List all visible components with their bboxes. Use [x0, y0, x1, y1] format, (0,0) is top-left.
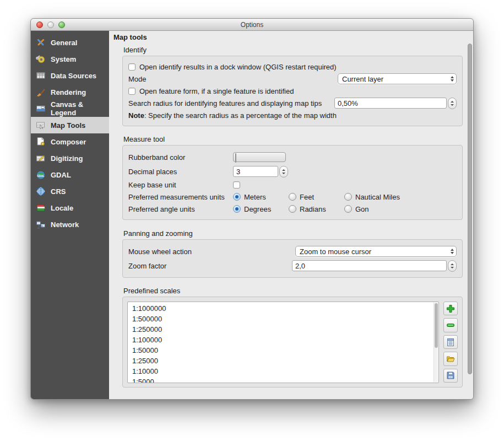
search-radius-input[interactable] [334, 98, 447, 109]
rubberband-color-button[interactable] [233, 152, 286, 162]
note-text: : Specify the search radius as a percent… [144, 111, 337, 120]
scale-item[interactable]: 1:5000 [132, 377, 438, 383]
scale-item[interactable]: 1:100000 [132, 335, 438, 345]
list-scrollbar-thumb[interactable] [435, 303, 438, 348]
export-scales-button[interactable] [443, 369, 458, 383]
sidebar-item-label: Network [51, 220, 79, 229]
keep-base-unit-checkbox[interactable] [233, 181, 240, 189]
network-computers-icon [35, 219, 46, 229]
predefined-scales-list[interactable]: 1:1000000 1:500000 1:250000 1:100000 1:5… [127, 302, 439, 383]
digitizing-pencil-icon [35, 153, 46, 163]
scale-item[interactable]: 1:25000 [132, 356, 438, 366]
measurement-units-label: Preferred measurements units [128, 193, 233, 201]
sidebar-item-label: CRS [51, 187, 66, 196]
minus-icon [446, 321, 455, 330]
crossed-tools-icon [35, 37, 46, 47]
feature-form-checkbox[interactable] [128, 88, 136, 95]
zoom-factor-input[interactable] [292, 260, 447, 271]
decimal-places-input[interactable] [233, 166, 278, 177]
sidebar-item-data-sources[interactable]: Data Sources [31, 67, 109, 84]
radio-meters[interactable] [233, 193, 241, 201]
search-radius-spinner[interactable] [448, 98, 457, 109]
scale-item[interactable]: 1:50000 [132, 345, 438, 356]
map-canvas-icon [35, 104, 46, 114]
crs-globe-icon [35, 186, 46, 196]
settings-sidebar: General System Data Sources Rendering [31, 31, 109, 399]
sidebar-item-rendering[interactable]: Rendering [31, 84, 109, 100]
scale-item[interactable]: 1:500000 [132, 314, 438, 324]
map-tools-panel: Map tools Identify Open identify results… [109, 31, 474, 399]
sidebar-item-map-tools[interactable]: Map Tools [31, 117, 109, 133]
sidebar-item-system[interactable]: System [31, 51, 109, 67]
identify-groupbox: Open identify results in a dock window (… [122, 56, 463, 126]
mouse-wheel-value: Zoom to mouse cursor [300, 248, 447, 256]
panning-section-label: Panning and zooming [123, 229, 474, 238]
sidebar-item-label: System [51, 55, 76, 63]
feature-form-label: Open feature form, if a single feature i… [139, 87, 294, 95]
sidebar-item-crs[interactable]: CRS [31, 183, 109, 200]
remove-scale-button[interactable] [443, 318, 458, 332]
sidebar-item-label: Map Tools [51, 121, 85, 130]
default-scales-button[interactable] [443, 335, 458, 349]
mouse-wheel-select[interactable]: Zoom to mouse cursor [295, 246, 457, 257]
sidebar-item-label: Locale [51, 204, 73, 212]
scale-item[interactable]: 1:1000000 [132, 303, 438, 314]
sidebar-item-label: General [51, 39, 77, 47]
radio-gon-label: Gon [355, 205, 369, 213]
import-scales-button[interactable] [443, 352, 458, 365]
zoom-factor-spinner[interactable] [448, 260, 457, 272]
sidebar-item-composer[interactable]: Composer [31, 133, 109, 150]
radio-degrees[interactable] [233, 205, 241, 213]
rubberband-color-label: Rubberband color [128, 153, 233, 162]
sidebar-item-label: Composer [51, 138, 86, 146]
sidebar-item-network[interactable]: Network [31, 216, 109, 233]
scale-item[interactable]: 1:10000 [132, 366, 438, 377]
scales-groupbox: 1:1000000 1:500000 1:250000 1:100000 1:5… [122, 297, 463, 388]
panel-scrollbar[interactable] [467, 32, 473, 396]
mode-select[interactable]: Current layer [338, 73, 457, 84]
sidebar-item-label: Canvas & Legend [51, 100, 109, 117]
dock-window-checkbox[interactable] [128, 63, 136, 71]
note-bold: Note [128, 111, 144, 120]
gdal-globe-icon: GDAL [35, 170, 46, 180]
mode-label: Mode [128, 75, 147, 83]
dock-window-label: Open identify results in a dock window (… [139, 63, 337, 71]
panel-scrollbar-thumb[interactable] [468, 44, 472, 374]
sidebar-item-canvas-legend[interactable]: Canvas & Legend [31, 100, 109, 117]
radio-feet-label: Feet [300, 193, 314, 201]
locale-flags-icon [35, 203, 46, 213]
angle-units-label: Preferred angle units [128, 205, 233, 213]
page-title: Map tools [113, 33, 474, 41]
save-floppy-icon [446, 371, 455, 380]
mouse-wheel-label: Mouse wheel action [128, 248, 192, 256]
decimal-places-label: Decimal places [128, 168, 233, 176]
add-scale-button[interactable] [443, 302, 458, 315]
sidebar-item-locale[interactable]: Locale [31, 200, 109, 216]
paintbrush-icon [35, 87, 46, 97]
titlebar: Options [31, 19, 473, 31]
radio-gon[interactable] [344, 205, 352, 213]
scale-item[interactable]: 1:250000 [132, 324, 438, 335]
color-swatch [235, 153, 236, 163]
map-tools-icon [35, 120, 46, 130]
table-icon [35, 71, 46, 80]
identify-section-label: Identify [123, 46, 474, 54]
sidebar-item-general[interactable]: General [31, 34, 109, 51]
window-title: Options [241, 21, 263, 29]
mode-select-value: Current layer [342, 75, 447, 83]
sidebar-item-gdal[interactable]: GDAL GDAL [31, 166, 109, 183]
options-window: Options General System Data Source [30, 18, 474, 400]
radio-feet[interactable] [289, 193, 296, 201]
list-scrollbar[interactable] [433, 303, 438, 382]
decimal-places-spinner[interactable] [279, 166, 288, 178]
close-button[interactable] [36, 21, 43, 28]
search-radius-label: Search radius for identifying features a… [128, 99, 322, 107]
radio-radians[interactable] [289, 205, 296, 213]
minimize-button[interactable] [47, 21, 54, 28]
measure-section-label: Measure tool [123, 135, 474, 143]
zoom-button[interactable] [58, 21, 65, 28]
composer-page-icon [35, 137, 46, 147]
radio-nautical-miles-label: Nautical Miles [355, 193, 400, 201]
sidebar-item-digitizing[interactable]: Digitizing [31, 150, 109, 166]
radio-nautical-miles[interactable] [344, 193, 352, 201]
